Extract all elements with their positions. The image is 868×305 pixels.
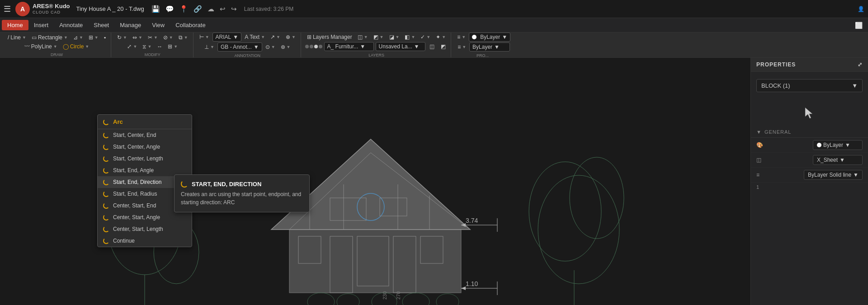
center-icon: ⊕ <box>286 34 290 40</box>
polyline-icon: ⊿ <box>73 34 78 41</box>
menu-manage[interactable]: Manage <box>114 20 146 30</box>
redo-icon[interactable]: ↪ <box>231 5 237 13</box>
prop-icon2: ≡ <box>458 44 461 50</box>
modify-btn7[interactable]: ⧖▼ <box>140 42 154 51</box>
layer-prop-icon: ◫ <box>756 157 761 163</box>
arc-start-center-length[interactable]: Start, Center, Length <box>98 153 192 164</box>
layer-btn3[interactable]: ◪▼ <box>387 33 402 41</box>
title-toolbar-icons: 💾 💬 📍 🔗 ☁ ↩ ↪ <box>151 5 237 13</box>
layers-manager-button[interactable]: ⊞ Layers Manager <box>305 33 354 41</box>
layer-state-btn1[interactable]: ◫ <box>427 42 437 51</box>
block-dropdown[interactable]: BLOCK (1) ▼ <box>756 79 863 92</box>
layer-btn2[interactable]: ◩▼ <box>371 33 386 41</box>
menu-insert[interactable]: Insert <box>28 20 54 30</box>
prop-btn1[interactable]: ≡▼ <box>455 33 468 41</box>
line-dropdown-arrow[interactable]: ▼ <box>22 35 26 40</box>
modify-btn1[interactable]: ↻▼ <box>115 33 129 42</box>
xsheet-label: ◫ <box>756 157 761 163</box>
cloud-icon[interactable]: ☁ <box>208 5 214 13</box>
fill-icon: ▪ <box>104 34 106 41</box>
polyline-button[interactable]: 〰 PolyLine ▼ <box>22 42 60 51</box>
modify-label: MODIFY <box>145 52 160 57</box>
color-prop-icon: 🎨 <box>756 142 763 148</box>
layers-group: ⊞ Layers Manager ◫▼ ◩▼ ◪▼ ◧▼ ✓▼ ✦▼ A_ Fu… <box>302 33 451 57</box>
layer-btn6[interactable]: ✦▼ <box>434 33 448 41</box>
marker-icon[interactable]: 📍 <box>179 5 188 13</box>
modify-btn8[interactable]: ↔ <box>155 42 165 51</box>
save-icon[interactable]: 💾 <box>151 5 160 13</box>
tooltip-title-row: START, END, DIRECTION <box>181 180 303 188</box>
collapse-arrow-icon[interactable]: ▼ <box>756 129 762 135</box>
polyline-dropdown-arrow[interactable]: ▼ <box>53 44 57 49</box>
prop-btn2[interactable]: ≡▼ <box>455 43 468 51</box>
arc-header-icon <box>103 119 109 125</box>
canvas-area[interactable]: 3.74 1.10 230 270 Arc Start, Center, End <box>0 58 750 305</box>
line-button[interactable]: / Line ▼ <box>5 33 28 42</box>
arc-start-center-end[interactable]: Start, Center, End <box>98 129 192 141</box>
annot5-icon: ⊙ <box>265 44 270 50</box>
annot-btn4[interactable]: ⊥▼ <box>202 43 217 51</box>
annot-btn3[interactable]: ⊕▼ <box>283 33 298 41</box>
circle-dropdown-arrow[interactable]: ▼ <box>85 44 89 49</box>
font-dropdown[interactable]: ARIAL ▼ <box>212 33 242 42</box>
text-button[interactable]: A Text ▼ <box>242 33 267 41</box>
furniture-dropdown[interactable]: A_ Furnitur... ▼ <box>324 42 374 51</box>
mirror-icon: ⇔ <box>132 34 137 41</box>
annot-btn1[interactable]: ⊢▼ <box>197 33 212 41</box>
titlebar-right-icons: 👤 <box>858 6 864 12</box>
undo-icon[interactable]: ↩ <box>220 5 226 13</box>
modify-btn2[interactable]: ⇔▼ <box>130 33 145 42</box>
menubar: Home Insert Annotate Sheet Manage View C… <box>0 18 868 33</box>
collapse-icon[interactable]: ⤢ <box>858 61 863 68</box>
modify-btn3[interactable]: ✂▼ <box>146 33 160 42</box>
minimize-panel-icon[interactable]: ⬜ <box>855 22 866 29</box>
toolbar-icon-group3[interactable]: ▪ <box>102 33 108 42</box>
gb-annot-dropdown[interactable]: GB - Annot... ▼ <box>217 42 262 52</box>
layer-state-btn2[interactable]: ◩ <box>439 42 448 51</box>
chat-icon[interactable]: 💬 <box>165 5 174 13</box>
menu-collaborate[interactable]: Collaborate <box>170 20 211 30</box>
solid-line-dropdown[interactable]: ByLayer Solid line ▼ <box>804 170 863 180</box>
user-avatar[interactable]: 👤 <box>858 6 864 12</box>
arc-tooltip: START, END, DIRECTION Creates an arc usi… <box>174 174 310 212</box>
modify-btn5[interactable]: ⧉▼ <box>176 33 190 42</box>
rectangle-button[interactable]: ▭ Rectangle ▼ <box>29 33 70 42</box>
modify-btn4[interactable]: ⊘▼ <box>161 33 175 42</box>
annot-btn2[interactable]: ↗▼ <box>268 33 283 41</box>
polyline-draw-icon: 〰 <box>24 43 30 50</box>
toolbar-icon-group2[interactable]: ⊞ ▼ <box>86 33 101 42</box>
hamburger-menu-icon[interactable]: ☰ <box>4 4 11 14</box>
menu-annotate[interactable]: Annotate <box>54 20 88 30</box>
layer-icon3: ◪ <box>389 34 394 40</box>
rect-dropdown-arrow[interactable]: ▼ <box>64 35 68 40</box>
circle-button[interactable]: ◯ Circle ▼ <box>61 42 92 51</box>
arc-continue[interactable]: Continue <box>98 235 192 247</box>
menu-home[interactable]: Home <box>2 20 28 30</box>
modify-btn6[interactable]: ⤢▼ <box>125 42 139 51</box>
bylayer-prop-row: 🎨 ByLayer ▼ <box>751 138 868 153</box>
layer-btn1[interactable]: ◫▼ <box>355 33 370 41</box>
bylayer-dropdown2[interactable]: ByLayer ▼ <box>469 42 510 52</box>
bylayer-arr: ▼ <box>845 142 850 148</box>
arc-start-center-angle[interactable]: Start, Center, Angle <box>98 141 192 153</box>
stretch-icon: ↔ <box>157 43 162 50</box>
annot-btn6[interactable]: ⊛▼ <box>278 43 293 51</box>
unsaved-dropdown[interactable]: Unsaved La... ▼ <box>376 42 425 51</box>
annot-btn5[interactable]: ⊙▼ <box>263 43 278 51</box>
layer-btn4[interactable]: ◧▼ <box>402 33 417 41</box>
arc-center-start-angle[interactable]: Center, Start, Angle <box>98 211 192 223</box>
toolbar-icon-group1[interactable]: ⊿ ▼ <box>71 33 85 42</box>
menu-sheet[interactable]: Sheet <box>88 20 114 30</box>
properties-toolbar-group: ≡▼ ByLayer ▼ ≡▼ ByLayer ▼ PRO... <box>452 33 513 57</box>
layer-btn5[interactable]: ✓▼ <box>418 33 433 41</box>
menu-view[interactable]: View <box>146 20 170 30</box>
properties-panel: PROPERTIES ⤢ BLOCK (1) ▼ ▼ GENERAL 🎨 <box>750 58 868 305</box>
array-icon: ⊞ <box>168 43 172 50</box>
bylayer-dropdown[interactable]: ByLayer ▼ <box>813 140 863 150</box>
bylayer-dropdown1[interactable]: ByLayer ▼ <box>469 33 510 42</box>
share-icon[interactable]: 🔗 <box>193 5 202 13</box>
arc-center-start-length[interactable]: Center, Start, Length <box>98 223 192 235</box>
tooltip-title-text: START, END, DIRECTION <box>192 181 261 188</box>
xsheet-dropdown[interactable]: X_Sheet ▼ <box>813 155 863 165</box>
modify-btn9[interactable]: ⊞▼ <box>165 42 180 51</box>
